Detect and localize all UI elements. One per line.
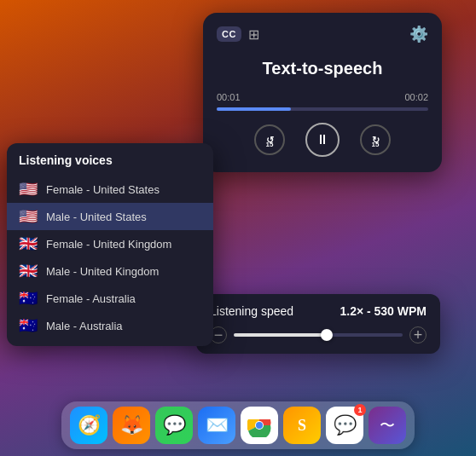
voice-label-female-uk: Female - United Kingdom (46, 238, 171, 251)
forward-label: 15 (372, 141, 380, 148)
chrome-icon (247, 413, 271, 437)
tts-panel: CC ⊞ ⚙️ Text-to-speech 00:01 00:02 ↺ 15 … (203, 13, 442, 172)
dock: 🧭 🦊 💬 ✉️ S 💬 1 〜 (61, 401, 415, 449)
flag-au-1: 🇦🇺 (19, 291, 38, 306)
tts-time-current: 00:01 (217, 92, 241, 102)
forward-button[interactable]: ↻ 15 (360, 124, 391, 155)
slack-badge: 1 (354, 404, 366, 416)
voices-title: Listening voices (7, 153, 213, 176)
tts-progress-bar[interactable] (217, 107, 428, 111)
tts-controls: ↺ 15 ⏸ ↻ 15 (217, 123, 428, 157)
dock-item-waves[interactable]: 〜 (369, 407, 406, 444)
voice-label-female-us: Female - United States (46, 183, 160, 196)
tts-progress-fill (217, 107, 291, 111)
screenshot-icon[interactable]: ⊞ (248, 26, 259, 43)
tts-progress-row: 00:01 00:02 (217, 92, 428, 102)
rewind-label: 15 (266, 141, 274, 148)
gear-icon[interactable]: ⚙️ (409, 25, 428, 43)
voice-item-male-uk[interactable]: 🇬🇧 Male - United Kingdom (7, 257, 213, 285)
dock-item-chrome[interactable] (241, 407, 278, 444)
flag-uk-2: 🇬🇧 (19, 263, 38, 279)
tts-header-icons: CC ⊞ (217, 26, 259, 43)
mail-icon: ✉️ (206, 414, 229, 436)
speed-slider-thumb[interactable] (321, 329, 333, 341)
pause-icon: ⏸ (316, 132, 329, 147)
flag-us-1: 🇺🇸 (19, 182, 38, 197)
svg-point-3 (256, 422, 263, 429)
speed-panel: Listening speed 1.2× - 530 WPM − + (196, 294, 440, 354)
speed-control: − + (210, 326, 427, 343)
slack-icon: 💬 (334, 414, 357, 436)
tts-time-total: 00:02 (404, 92, 428, 102)
voice-item-male-us[interactable]: 🇺🇸 Male - United States (7, 203, 213, 230)
firefox-icon: 🦊 (120, 414, 143, 436)
speed-label: Listening speed (210, 304, 293, 318)
flag-uk-1: 🇬🇧 (19, 236, 38, 251)
pause-button[interactable]: ⏸ (305, 123, 340, 157)
flag-au-2: 🇦🇺 (19, 318, 38, 333)
flag-us-2: 🇺🇸 (19, 209, 38, 224)
speed-slider-track[interactable] (234, 333, 403, 337)
speed-slider-fill (234, 333, 327, 337)
voice-label-male-au: Male - Australia (46, 320, 123, 332)
rewind-button[interactable]: ↺ 15 (254, 124, 285, 155)
speed-header: Listening speed 1.2× - 530 WPM (210, 304, 427, 318)
safari-icon: 🧭 (78, 414, 101, 436)
voices-panel: Listening voices 🇺🇸 Female - United Stat… (7, 143, 213, 346)
voice-label-male-us: Male - United States (46, 211, 147, 223)
speed-increase-button[interactable]: + (409, 326, 427, 343)
voice-item-female-us[interactable]: 🇺🇸 Female - United States (7, 176, 213, 203)
voice-item-female-au[interactable]: 🇦🇺 Female - Australia (7, 285, 213, 312)
waves-icon: 〜 (380, 415, 395, 436)
dock-item-slack[interactable]: 💬 1 (326, 407, 363, 444)
dock-item-safari[interactable]: 🧭 (70, 407, 107, 444)
voice-item-female-uk[interactable]: 🇬🇧 Female - United Kingdom (7, 230, 213, 257)
voice-label-female-au: Female - Australia (46, 292, 136, 305)
voice-label-male-uk: Male - United Kingdom (46, 265, 159, 278)
tts-title: Text-to-speech (217, 59, 428, 78)
cc-icon[interactable]: CC (217, 26, 241, 42)
dock-item-sublime[interactable]: S (283, 407, 321, 444)
messages-icon: 💬 (163, 414, 186, 436)
sublime-icon: S (298, 417, 306, 435)
tts-panel-header: CC ⊞ ⚙️ (217, 25, 428, 43)
speed-value: 1.2× - 530 WPM (340, 304, 427, 318)
dock-item-firefox[interactable]: 🦊 (113, 407, 150, 444)
dock-item-mail[interactable]: ✉️ (198, 407, 235, 444)
voice-item-male-au[interactable]: 🇦🇺 Male - Australia (7, 312, 213, 339)
dock-item-messages[interactable]: 💬 (155, 407, 193, 444)
